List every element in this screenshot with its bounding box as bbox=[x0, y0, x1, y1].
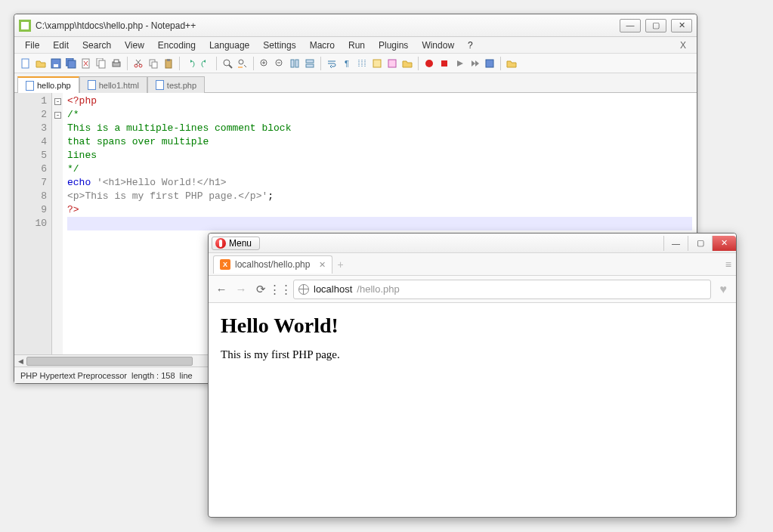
tab-label: test.php bbox=[167, 81, 196, 90]
fold-gutter bbox=[52, 93, 63, 354]
func-list-icon[interactable] bbox=[385, 57, 399, 70]
folder-icon[interactable] bbox=[400, 57, 414, 70]
tab-hello-php[interactable]: hello.php bbox=[17, 76, 79, 93]
menu-search[interactable]: Search bbox=[76, 39, 117, 52]
close-all-icon[interactable] bbox=[94, 57, 108, 70]
play-macro-icon[interactable] bbox=[453, 57, 466, 70]
save-macro-icon[interactable] bbox=[483, 57, 496, 70]
sync-h-icon[interactable] bbox=[303, 57, 317, 70]
close-file-icon[interactable] bbox=[79, 57, 93, 70]
browser-window: Menu — ▢ ✕ X localhost/hello.php ✕ + ≡ ←… bbox=[208, 233, 737, 518]
line-number: 4 bbox=[14, 135, 51, 149]
npp-titlebar[interactable]: C:\xampp\htdocs\hello.php - Notepad++ — … bbox=[14, 14, 697, 37]
toolbar-separator bbox=[179, 57, 180, 70]
scrollbar-thumb[interactable] bbox=[26, 357, 193, 366]
status-length: length : 158 bbox=[131, 371, 175, 380]
play-multi-icon[interactable] bbox=[468, 57, 481, 70]
stop-macro-icon[interactable] bbox=[438, 57, 451, 70]
svg-rect-9 bbox=[99, 60, 105, 68]
new-tab-button[interactable]: + bbox=[337, 258, 343, 271]
status-lines: line bbox=[180, 371, 193, 380]
paste-icon[interactable] bbox=[162, 57, 175, 70]
menu-language[interactable]: Language bbox=[203, 39, 255, 52]
fold-toggle-icon[interactable] bbox=[54, 112, 61, 119]
svg-rect-17 bbox=[152, 62, 157, 68]
browser-titlebar[interactable]: Menu — ▢ ✕ bbox=[209, 234, 736, 253]
menu-view[interactable]: View bbox=[119, 39, 150, 52]
svg-rect-28 bbox=[291, 60, 294, 67]
globe-icon bbox=[298, 284, 309, 295]
open-file-icon[interactable] bbox=[34, 57, 48, 70]
indent-guide-icon[interactable] bbox=[355, 57, 369, 70]
cut-icon[interactable] bbox=[131, 57, 145, 70]
scroll-left-icon[interactable]: ◀ bbox=[14, 355, 26, 367]
menu-plugins[interactable]: Plugins bbox=[373, 39, 414, 52]
bookmark-heart-icon[interactable]: ♥ bbox=[717, 283, 731, 296]
svg-rect-38 bbox=[441, 60, 447, 66]
new-file-icon[interactable] bbox=[19, 57, 32, 70]
show-chars-icon[interactable]: ¶ bbox=[340, 57, 354, 70]
line-number: 7 bbox=[14, 176, 51, 190]
sync-v-icon[interactable] bbox=[288, 57, 301, 70]
lang-icon[interactable] bbox=[370, 57, 384, 70]
undo-icon[interactable] bbox=[184, 57, 197, 70]
tab-hello1-html[interactable]: hello1.html bbox=[79, 76, 147, 93]
panel-toggle-icon[interactable]: ≡ bbox=[725, 258, 731, 271]
xampp-icon: X bbox=[220, 259, 230, 270]
npp-maximize-button[interactable]: ▢ bbox=[645, 19, 666, 32]
save-icon[interactable] bbox=[49, 57, 63, 70]
forward-button[interactable]: → bbox=[234, 283, 248, 296]
line-number: 1 bbox=[14, 94, 51, 108]
svg-point-37 bbox=[425, 60, 433, 67]
close-tab-icon[interactable]: ✕ bbox=[314, 260, 326, 270]
menu-run[interactable]: Run bbox=[342, 39, 371, 52]
browser-tab[interactable]: X localhost/hello.php ✕ bbox=[213, 255, 332, 274]
wordwrap-icon[interactable] bbox=[325, 57, 339, 70]
browser-maximize-button[interactable]: ▢ bbox=[688, 236, 712, 251]
svg-rect-0 bbox=[22, 59, 29, 68]
menu-window[interactable]: Window bbox=[416, 39, 460, 52]
svg-point-20 bbox=[224, 60, 230, 66]
record-macro-icon[interactable] bbox=[422, 57, 436, 70]
npp-close-doc-button[interactable]: X bbox=[674, 40, 692, 51]
speed-dial-button[interactable]: ⋮⋮ bbox=[274, 283, 287, 296]
zoom-out-icon[interactable] bbox=[273, 57, 286, 70]
npp-close-button[interactable]: ✕ bbox=[671, 19, 692, 32]
find-icon[interactable] bbox=[221, 57, 234, 70]
save-all-icon[interactable] bbox=[64, 57, 78, 70]
code-text: echo bbox=[67, 177, 91, 188]
browser-close-button[interactable]: ✕ bbox=[712, 236, 736, 251]
npp-tabs: hello.php hello1.html test.php bbox=[14, 73, 697, 93]
menu-edit[interactable]: Edit bbox=[47, 39, 75, 52]
reload-button[interactable]: ⟳ bbox=[254, 283, 267, 296]
back-button[interactable]: ← bbox=[215, 283, 228, 296]
print-icon[interactable] bbox=[110, 57, 123, 70]
code-text: /* bbox=[67, 109, 79, 120]
svg-rect-31 bbox=[306, 64, 314, 67]
npp-toolbar: ¶ bbox=[14, 54, 697, 73]
line-number: 10 bbox=[14, 217, 51, 230]
line-number-gutter: 1 2 3 4 5 6 7 8 9 10 bbox=[14, 93, 52, 354]
code-text: <?php bbox=[67, 95, 97, 107]
code-text: This is a multiple-lines comment block bbox=[67, 122, 291, 134]
line-number: 5 bbox=[14, 149, 51, 162]
menu-file[interactable]: File bbox=[19, 39, 45, 52]
menu-encoding[interactable]: Encoding bbox=[152, 39, 202, 52]
copy-icon[interactable] bbox=[147, 57, 160, 70]
opera-icon bbox=[215, 238, 226, 249]
menu-macro[interactable]: Macro bbox=[304, 39, 341, 52]
menu-settings[interactable]: Settings bbox=[257, 39, 301, 52]
svg-rect-35 bbox=[373, 60, 381, 67]
page-heading: Hello World! bbox=[221, 314, 724, 338]
opera-menu-button[interactable]: Menu bbox=[212, 237, 260, 250]
replace-icon[interactable] bbox=[236, 57, 249, 70]
menu-help[interactable]: ? bbox=[462, 39, 479, 52]
zoom-in-icon[interactable] bbox=[258, 57, 271, 70]
npp-minimize-button[interactable]: — bbox=[620, 19, 641, 32]
address-bar[interactable]: localhost/hello.php bbox=[293, 280, 711, 299]
redo-icon[interactable] bbox=[199, 57, 212, 70]
browser-minimize-button[interactable]: — bbox=[663, 236, 688, 251]
fold-toggle-icon[interactable] bbox=[54, 98, 61, 105]
folder-open-icon[interactable] bbox=[505, 57, 518, 70]
tab-test-php[interactable]: test.php bbox=[147, 76, 205, 93]
